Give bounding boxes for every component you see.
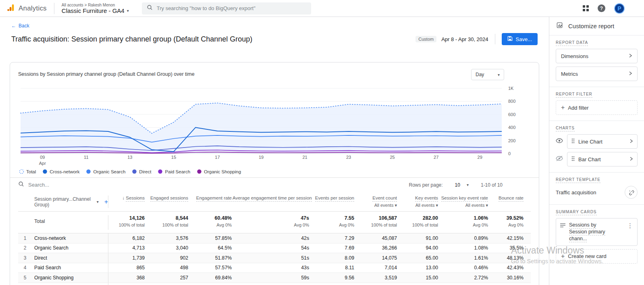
add-filter-button[interactable]: + Add filter xyxy=(556,100,638,115)
column-header-key-events[interactable]: Key eventsAll events ▾ xyxy=(398,196,439,208)
back-arrow-icon: ← xyxy=(11,23,16,29)
table-search[interactable] xyxy=(18,181,409,189)
channel-name: Direct xyxy=(32,253,108,263)
metric-value: 36,266 xyxy=(355,245,398,251)
column-header-session-key-event-rate[interactable]: Session key event rateAll events ▾ xyxy=(439,196,489,208)
legend-item-cross-network[interactable]: Cross-network xyxy=(42,169,79,174)
property-switcher[interactable]: All accounts > Rakesh Menon Classic Furn… xyxy=(62,3,129,14)
avatar[interactable]: P xyxy=(614,3,625,14)
column-header-events-per-session[interactable]: Events per session xyxy=(310,196,355,200)
metric-value: 48.13% xyxy=(489,255,524,261)
kebab-menu-icon[interactable]: ⋮ xyxy=(627,222,633,230)
legend-item-paid-search[interactable]: Paid Search xyxy=(158,169,190,174)
metric-value: 3,040 xyxy=(145,245,189,251)
column-header-engaged-sessions[interactable]: Engaged sessions xyxy=(145,196,189,200)
metric-value: 65.00 xyxy=(398,255,439,261)
customize-report-icon xyxy=(557,22,563,30)
summary-card-item[interactable]: Sessions by Session primary chann... ⋮ xyxy=(556,218,638,246)
metric-value: 8.09 xyxy=(310,255,355,261)
unlink-template-button[interactable] xyxy=(625,186,638,199)
channel-name: Organic Search xyxy=(32,243,108,253)
column-header-event-count[interactable]: Event countAll events ▾ xyxy=(355,196,398,208)
metric-value: 30.16% xyxy=(489,275,524,281)
bar-chart-item[interactable]: Bar Chart xyxy=(567,152,638,166)
chevron-down-icon: ▾ xyxy=(97,200,99,204)
y-axis-tick: 200 xyxy=(508,138,515,143)
column-header-average-engagement-time-per-session[interactable]: Average engagement time per session xyxy=(233,196,310,200)
date-range-badge: Custom xyxy=(415,36,436,42)
legend-item-organic-shopping[interactable]: Organic Shopping xyxy=(197,169,241,174)
eye-off-icon[interactable] xyxy=(556,156,563,163)
dimensions-button[interactable]: Dimensions xyxy=(556,49,638,63)
metric-value: 902 xyxy=(145,255,189,261)
x-axis-tick: 27 xyxy=(434,154,438,160)
global-search[interactable] xyxy=(142,2,311,15)
line-chart-item[interactable]: Line Chart xyxy=(567,134,638,149)
add-dimension-button[interactable]: + xyxy=(104,198,108,206)
table-row: 1Cross-network6,1823,57657.85%42s7.2945,… xyxy=(18,233,531,243)
metric-filter[interactable]: All events ▾ xyxy=(439,203,488,208)
drag-handle-icon[interactable] xyxy=(571,138,575,145)
metric-filter[interactable]: All events ▾ xyxy=(398,203,438,208)
table-search-input[interactable] xyxy=(28,182,157,188)
column-header-bounce-rate[interactable]: Bounce rate xyxy=(489,196,524,200)
metric-value: 57.85% xyxy=(189,235,233,241)
metric-value: 91.00 xyxy=(398,235,439,241)
metric-value: 59s xyxy=(233,275,310,281)
metric-value: 9.56 xyxy=(310,275,355,281)
table-row: 5Organic Shopping36825769.84%59s9.563,51… xyxy=(18,273,531,283)
metric-filter[interactable]: All events ▾ xyxy=(355,203,397,208)
metrics-button[interactable]: Metrics xyxy=(556,67,638,81)
channel-name: Paid Search xyxy=(32,263,108,273)
template-name: Traffic acquisition xyxy=(556,189,596,196)
legend-item-organic-search[interactable]: Organic Search xyxy=(86,169,125,174)
table-row: 2Organic Search4,7133,04064.5%54s7.6936,… xyxy=(18,243,531,254)
apps-grid-icon[interactable] xyxy=(583,5,589,11)
metric-value: 865 xyxy=(108,265,145,270)
x-axis-tick: 09Apr xyxy=(39,154,46,166)
chevron-right-icon xyxy=(629,156,633,162)
legend-item-direct[interactable]: Direct xyxy=(132,169,151,174)
back-link[interactable]: ← Back xyxy=(11,23,29,29)
plus-icon: + xyxy=(561,104,565,111)
drag-handle-icon[interactable] xyxy=(571,156,575,162)
dimension-header[interactable]: Session primary...Channel Group) ▾ + xyxy=(32,196,108,208)
total-cell: 47sAvg 0% xyxy=(233,215,310,227)
row-number: 4 xyxy=(18,265,32,270)
metric-value: 1,739 xyxy=(108,255,145,261)
analytics-brand[interactable]: Analytics xyxy=(6,3,47,14)
create-new-card-button[interactable]: + Create new card xyxy=(556,249,638,264)
metric-value: 57.57% xyxy=(189,265,233,270)
x-axis-tick: 23 xyxy=(346,154,351,160)
total-cell: 14,126100% of total xyxy=(108,215,145,227)
row-number: 5 xyxy=(18,275,32,281)
date-range[interactable]: Apr 8 - Apr 30, 2024 xyxy=(441,36,488,42)
metric-value: 54s xyxy=(233,245,310,251)
customize-report-panel: Customize report REPORT DATA Dimensions … xyxy=(549,17,644,285)
help-icon[interactable]: ? xyxy=(598,4,605,12)
legend-item-total[interactable]: Total xyxy=(19,169,36,174)
sort-descending-icon: ↓ xyxy=(123,196,125,200)
report-data-label: REPORT DATA xyxy=(556,40,638,45)
column-header-engagement-rate[interactable]: Engagement rate xyxy=(189,196,233,200)
eye-icon[interactable] xyxy=(556,138,563,145)
metric-value: 7.69 xyxy=(310,245,355,251)
column-header-sessions[interactable]: ↓Sessions xyxy=(108,196,145,200)
chevron-down-icon: ▾ xyxy=(127,8,129,13)
rows-per-page-select[interactable]: 10 ▾ xyxy=(455,182,469,188)
property-name: Classic Furniture - GA4 xyxy=(62,7,125,14)
chevron-right-icon xyxy=(629,139,633,145)
table-toolbar: Rows per page: 10 ▾ 1-10 of 10 xyxy=(10,177,539,192)
save-button[interactable]: Save... xyxy=(502,33,538,45)
global-search-input[interactable] xyxy=(157,5,306,11)
metric-value: 3,519 xyxy=(355,275,398,281)
x-axis-tick: 19 xyxy=(259,154,264,160)
y-axis-tick: 0 xyxy=(508,151,511,156)
summary-cards-label: SUMMARY CARDS xyxy=(556,210,638,214)
chevron-right-icon xyxy=(629,53,632,59)
top-app-bar: Analytics All accounts > Rakesh Menon Cl… xyxy=(0,0,644,17)
metric-value: 35.5% xyxy=(489,245,524,251)
metric-value: 69.84% xyxy=(189,275,233,281)
granularity-select[interactable]: Day ▾ xyxy=(471,69,504,80)
metric-value: 1.08% xyxy=(439,245,489,251)
